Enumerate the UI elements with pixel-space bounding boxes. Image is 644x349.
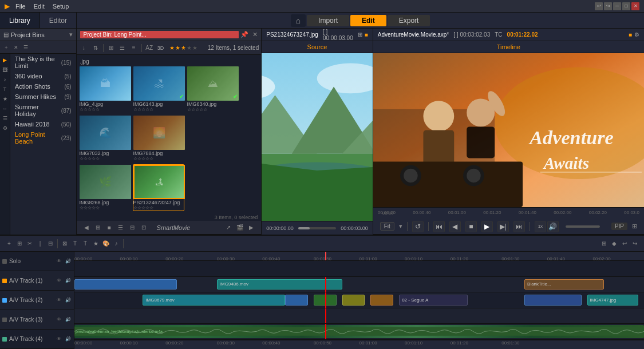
bin-item-long-point-beach[interactable]: Long Point Beach(23): [10, 129, 76, 146]
redo-button[interactable]: ↪: [604, 2, 612, 10]
tl-text-icon[interactable]: T: [70, 239, 80, 248]
undo-button[interactable]: ↩: [595, 2, 603, 10]
audio-sidebar-icon[interactable]: ♪: [1, 76, 9, 84]
title-sidebar-icon[interactable]: T: [1, 85, 9, 93]
av2-audio-icon[interactable]: 🔊: [65, 297, 72, 304]
track-clip-av1-blank[interactable]: BlankTitle...: [524, 279, 604, 290]
tl-split-icon[interactable]: |: [35, 239, 45, 248]
source-expand-icon[interactable]: ⊞: [358, 31, 362, 38]
media-thumb-img7884[interactable]: 🌅 IMG7884.jpg ☆☆☆☆☆: [133, 115, 184, 162]
bin-item-summer-hikes[interactable]: Summer Hikes(9): [10, 92, 76, 102]
tl-undo-icon[interactable]: ↩: [620, 239, 629, 248]
media-thumb-img6340[interactable]: ⛰ ✔ IMG6340.jpg ☆☆☆☆☆: [187, 66, 238, 113]
close-media-icon[interactable]: ✕: [252, 31, 258, 38]
fx-sidebar-icon[interactable]: ★: [1, 95, 9, 103]
bin-item-action-shots[interactable]: Action Shots(6): [10, 81, 76, 92]
timeline-settings-icon[interactable]: ⚙: [634, 31, 639, 38]
media-thumb-ps213[interactable]: 🏞 PS21324673247.jpg ☆☆☆☆☆: [133, 164, 184, 211]
av3-eye-icon[interactable]: 👁: [56, 316, 62, 323]
track-clip-av2-8[interactable]: IMG4747.jpg: [587, 295, 639, 306]
edit-button[interactable]: Edit: [350, 15, 386, 26]
setup-menu[interactable]: Setup: [50, 3, 72, 10]
solo-eye-icon[interactable]: 👁: [56, 258, 62, 265]
sm-icon-2[interactable]: ■: [104, 223, 114, 233]
sm-left-arrow[interactable]: ◀: [81, 223, 92, 233]
export-button[interactable]: Export: [388, 15, 430, 26]
home-icon[interactable]: ⌂: [293, 16, 304, 25]
library-tab[interactable]: Library: [0, 13, 40, 28]
maximize-button[interactable]: □: [622, 2, 630, 10]
tl-text-icon-2[interactable]: T: [81, 239, 90, 248]
track-clip-av2-1[interactable]: IMG8679.mov: [143, 295, 285, 306]
source-full-icon[interactable]: ■: [365, 31, 368, 38]
av1-audio-icon[interactable]: 🔊: [65, 277, 72, 284]
edit-menu[interactable]: Edit: [31, 3, 47, 10]
file-menu[interactable]: File: [13, 3, 28, 10]
transition-sidebar-icon[interactable]: ↔: [1, 105, 9, 113]
next-frame-button[interactable]: ⏭: [513, 221, 525, 232]
track-clip-av2-5[interactable]: [370, 295, 393, 306]
add-bin-button[interactable]: +: [2, 43, 10, 51]
tl-group-icon[interactable]: ⊟: [46, 239, 55, 248]
loop-button[interactable]: ↺: [412, 221, 424, 232]
play-button[interactable]: ▶: [481, 221, 493, 232]
tl-snap-icon[interactable]: ⊞: [599, 239, 609, 248]
sort-az-button[interactable]: AZ: [144, 43, 155, 53]
prev-frame-button[interactable]: ⏮: [433, 221, 445, 232]
menu-sidebar-icon[interactable]: ☰: [1, 114, 9, 122]
pb-expand-icon[interactable]: ⊞: [632, 223, 637, 230]
star-3[interactable]: ★: [181, 45, 186, 51]
tl-redo-icon[interactable]: ↪: [630, 239, 639, 248]
av4-eye-icon[interactable]: 👁: [56, 336, 62, 343]
track-clip-av2-4[interactable]: [342, 295, 365, 306]
av1-eye-icon[interactable]: 👁: [56, 277, 62, 284]
view-list-button[interactable]: ☰: [117, 43, 128, 53]
pip-label[interactable]: PIP: [611, 223, 627, 230]
star-2[interactable]: ★: [175, 45, 180, 51]
view-detail-button[interactable]: ≡: [129, 43, 139, 53]
star-5[interactable]: ★: [192, 45, 197, 51]
track-clip-av2-7[interactable]: [524, 295, 582, 306]
track-clip-av1-2[interactable]: IMG9486.mov: [217, 279, 342, 290]
step-forward-button[interactable]: ▶|: [497, 221, 509, 232]
sm-right-arrow[interactable]: ▶: [246, 223, 256, 233]
av2-eye-icon[interactable]: 👁: [56, 297, 62, 304]
sort-button[interactable]: ⇅: [90, 43, 101, 53]
source-scrubber-bar[interactable]: [298, 227, 336, 229]
volume-button[interactable]: 🔊: [547, 221, 559, 232]
delete-bin-button[interactable]: ✕: [12, 43, 20, 51]
media-thumb-img8268[interactable]: 🌿 IMG8268.jpg ☆☆☆☆☆: [79, 164, 131, 211]
tl-clip-icon[interactable]: ⊞: [15, 239, 24, 248]
tl-audio-icon[interactable]: ♪: [112, 239, 121, 248]
stop-button[interactable]: ■: [465, 221, 477, 232]
view-grid-button[interactable]: ⊞: [106, 43, 116, 53]
photo-sidebar-icon[interactable]: 🖼: [1, 66, 9, 74]
sm-icon-1[interactable]: ⊞: [93, 223, 103, 233]
av3-audio-icon[interactable]: 🔊: [65, 316, 72, 323]
track-content[interactable]: 00:00:00 00:00:10 00:00:20 00:00:30 00:0…: [74, 252, 644, 349]
source-canvas[interactable]: [262, 53, 373, 221]
track-clip-av1-1[interactable]: [74, 279, 177, 290]
tl-fx-icon[interactable]: ★: [91, 239, 100, 248]
bin-item-the-sky-is-the-limit[interactable]: The Sky is the Limit(15): [10, 54, 76, 71]
media-thumb-img4[interactable]: 🏔 IMG_4.jpg ☆☆☆☆☆: [79, 66, 131, 113]
track-clip-av2-2[interactable]: [285, 295, 308, 306]
editor-tab[interactable]: Editor: [40, 13, 77, 28]
3d-button[interactable]: 3D: [156, 43, 166, 53]
bin-item-hawaii-2018[interactable]: Hawaii 2018(50): [10, 119, 76, 129]
bin-item-summer-holiday[interactable]: Summer Holiday(87): [10, 102, 76, 119]
minimize-button[interactable]: ─: [613, 2, 621, 10]
video-sidebar-icon[interactable]: ▶: [1, 56, 9, 64]
star-4[interactable]: ★: [187, 45, 192, 51]
media-thumb-img6143[interactable]: 🏖 ✔ IMG6143.jpg ☆☆☆☆☆: [133, 66, 184, 113]
tl-detach-icon[interactable]: ⊠: [60, 239, 69, 248]
track-row-av3[interactable]: [74, 308, 644, 324]
timeline-canvas[interactable]: Adventure Awaits: [373, 53, 644, 207]
sm-icon-3[interactable]: ☰: [116, 223, 126, 233]
track-row-av1[interactable]: IMG9486.mov BlankTitle...: [74, 277, 644, 293]
import-button[interactable]: Import: [307, 15, 349, 26]
av4-audio-icon[interactable]: 🔊: [65, 336, 72, 343]
close-button[interactable]: ✕: [631, 2, 639, 10]
view-icon[interactable]: ☰: [22, 43, 30, 51]
step-back-button[interactable]: ◀: [449, 221, 461, 232]
